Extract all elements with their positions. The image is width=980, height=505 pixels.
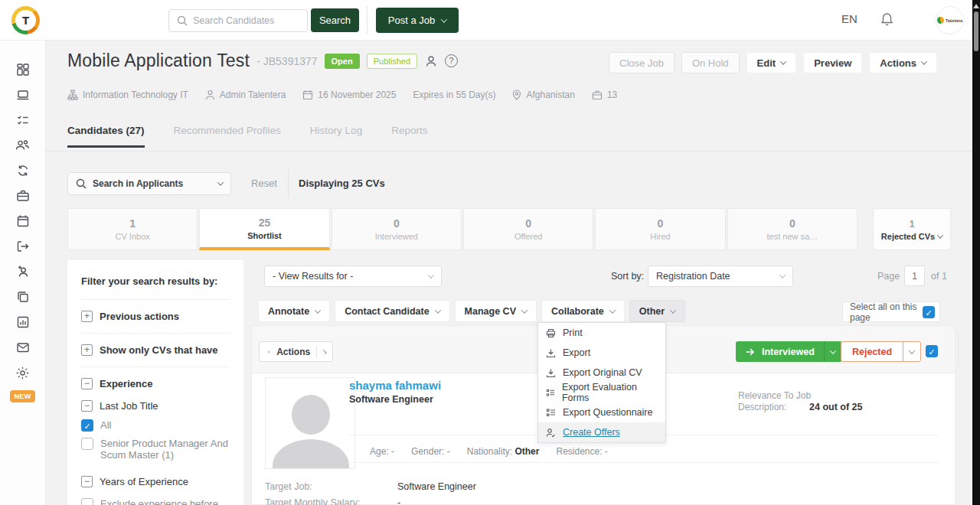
filter-section-previous-actions[interactable]: Previous actions xyxy=(81,300,230,334)
reset-link[interactable]: Reset xyxy=(251,178,277,189)
stage-cv-inbox[interactable]: 1 CV Inbox xyxy=(67,208,198,250)
scrollbar-up-arrow[interactable] xyxy=(973,4,979,8)
post-a-job-button[interactable]: Post a Job xyxy=(376,8,459,33)
search-in-applicants-dropdown[interactable]: Search in Applicants xyxy=(67,172,231,195)
sign-in-icon[interactable] xyxy=(15,239,31,254)
menu-item-export[interactable]: Export xyxy=(538,343,665,363)
on-hold-button[interactable]: On Hold xyxy=(681,52,740,73)
calendar-icon[interactable] xyxy=(15,213,31,229)
menu-item-create-offers[interactable]: Create Offers xyxy=(538,422,665,442)
annotate-dropdown[interactable]: Annotate xyxy=(258,300,330,322)
language-selector[interactable]: EN xyxy=(841,12,858,25)
search-placeholder: Search Candidates xyxy=(193,15,274,26)
user-avatar[interactable]: Talentera xyxy=(936,6,964,34)
menu-item-export-questionnaire[interactable]: Export Questionnaire xyxy=(538,402,665,422)
tab-recommended-profiles[interactable]: Recommended Profiles xyxy=(174,125,281,148)
users-icon[interactable] xyxy=(15,138,31,153)
filter-section-experience[interactable]: Experience xyxy=(81,367,230,394)
rejected-dropdown-toggle[interactable] xyxy=(903,342,920,361)
collapse-icon[interactable] xyxy=(81,476,93,487)
sort-by-select[interactable]: Registration Date xyxy=(648,266,793,287)
stage-offered[interactable]: 0 Offered xyxy=(463,208,593,250)
contact-candidate-dropdown[interactable]: Contact Candidate xyxy=(335,300,449,322)
page-scrollbar[interactable] xyxy=(972,0,980,505)
stage-interviewed[interactable]: 0 Interviewed xyxy=(332,208,462,250)
filter-checkbox-exclude-experience[interactable]: Exclude experience before bachelor degre… xyxy=(81,492,230,505)
dashboard-icon[interactable] xyxy=(15,62,31,77)
close-job-button[interactable]: Close Job xyxy=(609,52,675,73)
expand-icon[interactable] xyxy=(81,344,93,356)
menu-item-export-evaluation-forms[interactable]: Export Evaluation Forms xyxy=(538,383,665,402)
tab-history-log[interactable]: History Log xyxy=(310,125,362,148)
mail-icon[interactable] xyxy=(15,340,31,355)
row-actions-button[interactable]: Actions xyxy=(259,341,333,362)
job-owner-icon[interactable] xyxy=(424,54,438,68)
menu-item-export-original-cv[interactable]: Export Original CV xyxy=(538,363,665,383)
select-all-on-page[interactable]: Select all on this page xyxy=(842,301,940,322)
add-user-icon[interactable] xyxy=(15,264,31,279)
filter-subsection-years-experience[interactable]: Years of Experience xyxy=(81,464,230,492)
candidate-photo-placeholder[interactable] xyxy=(265,377,355,469)
stage-test-new[interactable]: 0 test new sa… xyxy=(727,208,858,250)
stage-label: CV Inbox xyxy=(116,232,150,241)
notifications-bell-icon[interactable] xyxy=(880,12,893,27)
search-button[interactable]: Search xyxy=(311,8,359,32)
preview-button[interactable]: Preview xyxy=(803,52,862,73)
app-logo[interactable]: T xyxy=(11,6,40,34)
reports-chart-icon[interactable] xyxy=(15,314,31,330)
checkbox-unchecked[interactable] xyxy=(81,438,93,450)
stage-shortlist[interactable]: 25 Shortlist xyxy=(199,208,329,250)
laptop-icon[interactable] xyxy=(15,87,31,103)
edit-button[interactable]: Edit xyxy=(746,52,797,73)
location-pin-icon xyxy=(512,90,521,100)
select-all-checkbox-checked[interactable] xyxy=(923,306,935,318)
stage-count: 0 xyxy=(789,217,795,230)
manage-cv-dropdown[interactable]: Manage CV xyxy=(455,300,537,322)
job-header: Mobile Application Test - JB5391377 Open… xyxy=(67,50,458,71)
page-number-input[interactable] xyxy=(904,266,925,286)
filter-section-label: Experience xyxy=(100,378,152,389)
help-icon[interactable] xyxy=(445,54,458,67)
interviewed-dropdown-toggle[interactable] xyxy=(824,341,842,362)
stage-rejected-cvs[interactable]: 1 Rejected CVs xyxy=(873,208,951,250)
stage-label: Rejected CVs xyxy=(881,232,935,241)
tab-candidates[interactable]: Candidates (27) xyxy=(67,125,145,148)
collapse-icon[interactable] xyxy=(81,378,93,389)
stage-count: 0 xyxy=(525,217,531,230)
checkbox-label: Exclude experience before bachelor degre… xyxy=(100,498,230,505)
menu-item-label: Export Questionnaire xyxy=(563,407,652,418)
settings-gear-icon[interactable] xyxy=(15,365,31,380)
move-to-interviewed-button[interactable]: Interviewed xyxy=(736,341,842,362)
chevron-down-icon xyxy=(779,272,786,278)
scrollbar-thumb[interactable] xyxy=(974,11,978,51)
job-owner-label: Admin Talentera xyxy=(220,90,286,100)
filter-checkbox-senior-pm[interactable]: Senior Product Manager And Scum Master (… xyxy=(81,435,230,464)
divider xyxy=(349,462,939,463)
briefcase-icon[interactable] xyxy=(15,188,31,204)
filter-checkbox-all[interactable]: All xyxy=(81,416,230,435)
actions-dropdown-button[interactable]: Actions xyxy=(869,52,937,73)
view-results-for-select[interactable]: - View Results for - xyxy=(264,266,442,287)
job-department-label: Information Technology IT xyxy=(83,90,188,100)
tab-reports[interactable]: Reports xyxy=(391,125,427,148)
menu-item-print[interactable]: Print xyxy=(538,323,665,343)
search-candidates-input[interactable]: Search Candidates xyxy=(168,9,308,32)
sync-icon[interactable] xyxy=(15,163,31,178)
expand-icon[interactable] xyxy=(81,311,93,322)
collaborate-dropdown[interactable]: Collaborate xyxy=(541,300,625,322)
tasks-checklist-icon[interactable] xyxy=(15,112,31,128)
stage-hired[interactable]: 0 Hired xyxy=(595,208,725,250)
copy-icon[interactable] xyxy=(15,289,31,305)
collapse-icon[interactable] xyxy=(81,400,93,412)
filter-subsection-last-job-title[interactable]: Last Job Title xyxy=(81,394,230,416)
checkbox-unchecked[interactable] xyxy=(81,498,93,505)
candidate-row-checkbox-checked[interactable] xyxy=(926,345,938,357)
list-icon xyxy=(546,388,555,398)
move-to-rejected-button[interactable]: Rejected xyxy=(841,341,921,362)
checkbox-checked[interactable] xyxy=(81,419,93,432)
new-feature-badge[interactable]: NEW xyxy=(10,390,36,402)
filter-section-show-only[interactable]: Show only CVs that have xyxy=(81,334,230,367)
other-dropdown[interactable]: Other xyxy=(629,300,685,322)
row-actions-label: Actions xyxy=(276,347,310,357)
candidate-name-link[interactable]: shayma fahmawi xyxy=(349,379,441,392)
